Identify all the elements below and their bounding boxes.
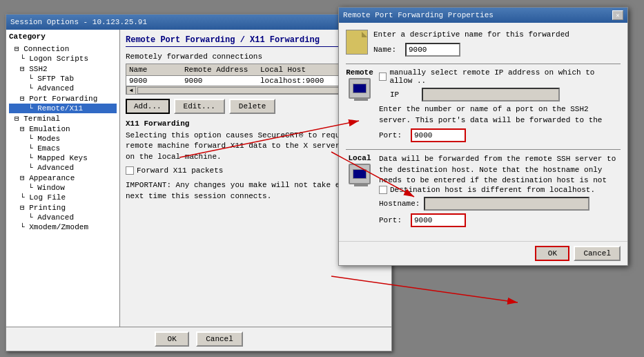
name-input[interactable] <box>405 43 460 57</box>
hostname-input[interactable] <box>424 197 589 211</box>
tree-item-port-forwarding[interactable]: ⊟ Port Forwarding <box>9 93 117 104</box>
remote-label: Remote <box>346 68 373 77</box>
manual-check-row: manually select remote IP address on whi… <box>379 68 621 85</box>
main-window-title: Session Options - 10.123.25.91 <box>10 18 147 26</box>
manually-label: manually select remote IP address on whi… <box>389 68 621 85</box>
local-computer-icon <box>349 164 371 184</box>
name-label: Name: <box>373 46 401 54</box>
prop-cancel-button[interactable]: Cancel <box>574 246 621 261</box>
tree-item-window[interactable]: └ Window <box>9 183 117 193</box>
local-label: Local <box>348 154 371 162</box>
dest-diff-row: Destination host is different from local… <box>379 186 621 194</box>
local-section-body: Data will be forwarded from the remote S… <box>379 154 621 227</box>
remote-computer-icon <box>349 78 371 99</box>
tree-item-emacs[interactable]: └ Emacs <box>9 144 117 153</box>
forward-x11-checkbox[interactable] <box>126 166 134 175</box>
tree-item-printing[interactable]: ⊟ Printing <box>9 202 117 213</box>
main-title-bar: Session Options - 10.123.25.91 ✕ <box>6 15 391 30</box>
prop-title-bar: Remote Port Forwarding Properties ✕ <box>339 8 627 23</box>
tree-item-sftp-tab[interactable]: └ SFTP Tab <box>9 74 117 84</box>
tree-item-terminal[interactable]: ⊟ Terminal <box>9 113 117 124</box>
add-button[interactable]: Add... <box>126 99 170 114</box>
prop-footer: OK Cancel <box>339 241 627 265</box>
tree-item-remote-x11[interactable]: └ Remote/X11 <box>9 104 117 113</box>
delete-button[interactable]: Delete <box>229 99 276 114</box>
main-ok-button[interactable]: OK <box>155 331 189 347</box>
name-desc: Enter a descriptive name for this forwar… <box>373 30 569 40</box>
name-section-body: Enter a descriptive name for this forwar… <box>373 30 569 57</box>
tree-item-xmodem[interactable]: └ Xmodem/Zmodem <box>9 222 117 232</box>
col-remote-address: Remote Address <box>184 66 260 74</box>
remote-port-label: Port: <box>379 131 407 139</box>
prop-content: Enter a descriptive name for this forwar… <box>339 23 627 241</box>
remote-section: Remote manually select remote IP address… <box>346 68 621 142</box>
edit-button[interactable]: Edit... <box>174 99 225 114</box>
tree-item-emulation[interactable]: ⊟ Emulation <box>9 124 117 134</box>
prop-close-button[interactable]: ✕ <box>612 10 623 20</box>
tree-group: ⊟ Connection └ Logon Scripts ⊟ SSH2 └ SF… <box>9 44 117 232</box>
scroll-left[interactable]: ◀ <box>126 86 136 95</box>
tree-item-modes[interactable]: └ Modes <box>9 134 117 144</box>
window-content: Category ⊟ Connection └ Logon Scripts ⊟ … <box>6 30 391 327</box>
tree-item-advanced-emul[interactable]: └ Advanced <box>9 163 117 173</box>
name-icon <box>346 30 368 55</box>
tree-item-connection[interactable]: ⊟ Connection <box>9 44 117 54</box>
category-label: Category <box>9 32 117 41</box>
local-port-label: Port: <box>379 216 407 224</box>
ip-label: IP <box>390 90 418 99</box>
prop-ok-button[interactable]: OK <box>535 246 569 261</box>
session-options-window: Session Options - 10.123.25.91 ✕ Categor… <box>6 14 392 351</box>
col-name: Name <box>129 66 184 74</box>
hostname-label: Hostname: <box>379 200 420 208</box>
properties-dialog: Remote Port Forwarding Properties ✕ Ente… <box>338 7 628 266</box>
remote-desc: Enter the number or name of a port on th… <box>379 104 621 126</box>
name-section: Enter a descriptive name for this forwar… <box>346 30 621 57</box>
forward-x11-label: Forward X11 packets <box>137 166 223 175</box>
main-footer: OK Cancel <box>6 327 391 351</box>
tree-item-appearance[interactable]: ⊟ Appearance <box>9 173 117 183</box>
local-section: Local Data will be forwarded from the re… <box>346 154 621 227</box>
local-port-row: Port: <box>379 213 621 227</box>
manual-checkbox[interactable] <box>379 73 387 81</box>
remote-section-body: manually select remote IP address on whi… <box>379 68 621 142</box>
prop-dialog-title: Remote Port Forwarding Properties <box>343 11 494 19</box>
hostname-row: Hostname: <box>379 197 621 211</box>
dest-diff-checkbox[interactable] <box>379 186 387 194</box>
tree-item-mapped-keys[interactable]: └ Mapped Keys <box>9 153 117 163</box>
category-panel: Category ⊟ Connection └ Logon Scripts ⊟ … <box>6 30 120 327</box>
row-remote: 9000 <box>184 77 260 85</box>
main-cancel-button[interactable]: Cancel <box>196 331 243 347</box>
ip-row: IP <box>390 88 621 102</box>
prop-title-controls: ✕ <box>612 10 623 20</box>
ip-input[interactable] <box>422 88 560 102</box>
tree-item-log-file[interactable]: └ Log File <box>9 193 117 202</box>
local-port-input[interactable] <box>411 213 466 227</box>
remote-port-row: Port: <box>379 128 621 142</box>
tree-item-logon-scripts[interactable]: └ Logon Scripts <box>9 54 117 64</box>
tree-item-advanced-print[interactable]: └ Advanced <box>9 213 117 222</box>
local-desc: Data will be forwarded from the remote S… <box>379 154 621 186</box>
tree-item-ssh2[interactable]: ⊟ SSH2 <box>9 64 117 74</box>
dest-diff-label: Destination host is different from local… <box>390 186 595 194</box>
remote-port-input[interactable] <box>411 128 466 142</box>
row-name: 9000 <box>129 77 184 85</box>
tree-item-advanced-ssh2[interactable]: └ Advanced <box>9 84 117 93</box>
name-field-row: Name: <box>373 43 569 57</box>
